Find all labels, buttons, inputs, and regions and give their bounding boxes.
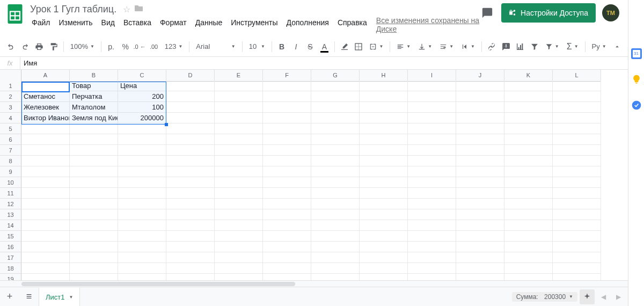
- cell[interactable]: [408, 177, 456, 188]
- cell[interactable]: [166, 156, 215, 166]
- cell[interactable]: [263, 274, 311, 280]
- cell[interactable]: [456, 81, 504, 91]
- cell[interactable]: [504, 220, 553, 231]
- cell[interactable]: [263, 263, 311, 274]
- cell[interactable]: [215, 91, 263, 102]
- cell[interactable]: [311, 188, 360, 199]
- cell[interactable]: [504, 177, 553, 188]
- cell[interactable]: [21, 231, 70, 242]
- cell[interactable]: [311, 199, 360, 209]
- cell[interactable]: [70, 209, 118, 220]
- column-header[interactable]: I: [408, 70, 456, 82]
- cell[interactable]: [21, 199, 70, 209]
- cell[interactable]: [21, 263, 70, 274]
- strike-button[interactable]: S: [304, 40, 317, 54]
- italic-button[interactable]: I: [289, 40, 302, 54]
- cell[interactable]: [456, 177, 504, 188]
- cell[interactable]: [408, 209, 456, 220]
- cell[interactable]: [360, 252, 408, 263]
- avatar[interactable]: TM: [602, 4, 619, 21]
- cell[interactable]: [215, 209, 263, 220]
- filter-views-button[interactable]: ▼: [542, 40, 562, 54]
- cell[interactable]: [263, 134, 311, 145]
- undo-button[interactable]: [4, 40, 17, 54]
- cell[interactable]: [553, 209, 601, 220]
- cell[interactable]: [263, 145, 311, 156]
- cell[interactable]: [456, 166, 504, 177]
- cell[interactable]: [21, 188, 70, 199]
- cell[interactable]: [504, 156, 553, 166]
- cell[interactable]: [456, 252, 504, 263]
- cell[interactable]: [311, 102, 360, 113]
- cell[interactable]: [215, 123, 263, 134]
- row-header[interactable]: 6: [0, 134, 21, 145]
- row-header[interactable]: 3: [0, 102, 21, 113]
- cell[interactable]: [360, 91, 408, 102]
- cell[interactable]: [70, 242, 118, 252]
- cell[interactable]: [553, 177, 601, 188]
- cell[interactable]: [166, 220, 215, 231]
- cell[interactable]: [456, 113, 504, 123]
- cell[interactable]: [215, 102, 263, 113]
- cell[interactable]: [263, 231, 311, 242]
- cell[interactable]: [360, 188, 408, 199]
- cell[interactable]: [456, 209, 504, 220]
- cell[interactable]: 200: [118, 91, 166, 102]
- print-button[interactable]: [33, 40, 46, 54]
- percent-button[interactable]: %: [119, 40, 131, 54]
- cell[interactable]: [263, 220, 311, 231]
- cell[interactable]: [456, 274, 504, 280]
- cell[interactable]: [118, 188, 166, 199]
- redo-button[interactable]: [18, 40, 31, 54]
- sheet-menu-icon[interactable]: ▼: [69, 295, 73, 300]
- cell[interactable]: [311, 252, 360, 263]
- cell[interactable]: [21, 156, 70, 166]
- cell[interactable]: [553, 166, 601, 177]
- cell[interactable]: [70, 231, 118, 242]
- cell[interactable]: [360, 81, 408, 91]
- cell[interactable]: [408, 91, 456, 102]
- cell[interactable]: [311, 209, 360, 220]
- fill-color-button[interactable]: [338, 40, 351, 54]
- cell[interactable]: [504, 231, 553, 242]
- cell[interactable]: [408, 102, 456, 113]
- cell[interactable]: [360, 123, 408, 134]
- cell[interactable]: [215, 166, 263, 177]
- cell[interactable]: [215, 177, 263, 188]
- cell[interactable]: [553, 252, 601, 263]
- cell[interactable]: [166, 242, 215, 252]
- cell[interactable]: [553, 274, 601, 280]
- cell[interactable]: [553, 134, 601, 145]
- cell[interactable]: [166, 134, 215, 145]
- cell[interactable]: [360, 156, 408, 166]
- cell[interactable]: [70, 220, 118, 231]
- cell[interactable]: [456, 199, 504, 209]
- row-header[interactable]: 17: [0, 252, 21, 263]
- cell[interactable]: [311, 274, 360, 280]
- row-header[interactable]: 2: [0, 91, 21, 102]
- cell[interactable]: [504, 242, 553, 252]
- cell[interactable]: Цена: [118, 81, 166, 91]
- cell[interactable]: [70, 134, 118, 145]
- cell[interactable]: [504, 102, 553, 113]
- cell[interactable]: [215, 156, 263, 166]
- column-header[interactable]: A: [21, 70, 70, 82]
- paint-format-button[interactable]: [47, 40, 60, 54]
- bold-button[interactable]: B: [275, 40, 288, 54]
- cell[interactable]: [408, 188, 456, 199]
- cell[interactable]: [408, 252, 456, 263]
- menu-data[interactable]: Данные: [192, 16, 226, 33]
- cell[interactable]: [166, 252, 215, 263]
- cell[interactable]: [553, 81, 601, 91]
- column-header[interactable]: F: [263, 70, 311, 82]
- column-header[interactable]: K: [504, 70, 553, 82]
- cell[interactable]: [21, 145, 70, 156]
- number-format-select[interactable]: 123▼: [162, 40, 186, 54]
- cell[interactable]: [21, 209, 70, 220]
- cell[interactable]: [360, 177, 408, 188]
- cell[interactable]: [118, 199, 166, 209]
- menu-file[interactable]: Файл: [28, 16, 54, 33]
- cell[interactable]: [408, 123, 456, 134]
- row-header[interactable]: 12: [0, 199, 21, 209]
- row-header[interactable]: 13: [0, 209, 21, 220]
